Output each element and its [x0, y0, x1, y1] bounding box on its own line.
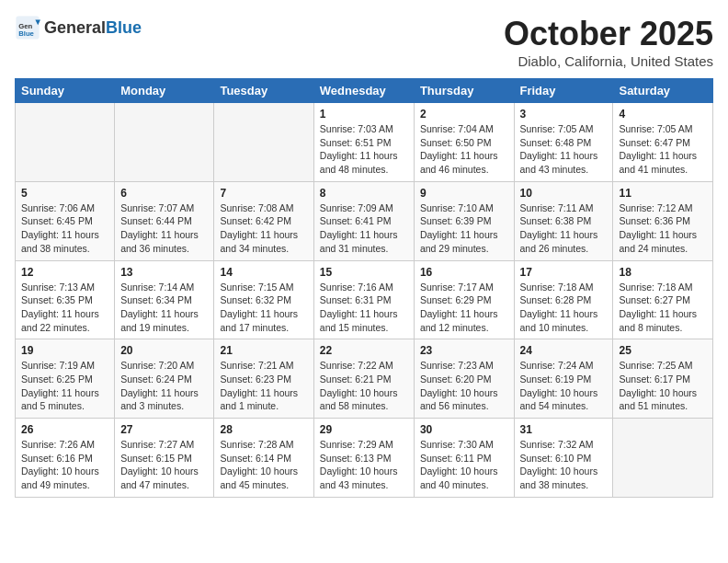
calendar-cell — [613, 419, 713, 498]
day-info: Sunrise: 7:16 AM Sunset: 6:31 PM Dayligh… — [320, 281, 408, 335]
location-title: Diablo, California, United States — [504, 53, 713, 69]
day-info: Sunrise: 7:20 AM Sunset: 6:24 PM Dayligh… — [120, 359, 208, 413]
day-number: 24 — [520, 344, 608, 357]
day-number: 30 — [420, 423, 508, 436]
day-number: 9 — [420, 187, 508, 200]
day-info: Sunrise: 7:18 AM Sunset: 6:27 PM Dayligh… — [619, 281, 707, 335]
day-info: Sunrise: 7:07 AM Sunset: 6:44 PM Dayligh… — [120, 201, 208, 256]
day-info: Sunrise: 7:05 AM Sunset: 6:48 PM Dayligh… — [520, 122, 608, 177]
calendar-cell: 22Sunrise: 7:22 AM Sunset: 6:21 PM Dayli… — [313, 339, 414, 419]
day-number: 3 — [520, 108, 608, 121]
calendar-cell: 16Sunrise: 7:17 AM Sunset: 6:29 PM Dayli… — [414, 260, 514, 339]
day-number: 13 — [120, 266, 208, 279]
day-number: 20 — [120, 344, 208, 357]
day-info: Sunrise: 7:32 AM Sunset: 6:10 PM Dayligh… — [520, 438, 608, 492]
day-info: Sunrise: 7:06 AM Sunset: 6:45 PM Dayligh… — [21, 201, 108, 256]
day-number: 16 — [420, 266, 508, 279]
day-number: 17 — [520, 266, 608, 279]
calendar-cell: 17Sunrise: 7:18 AM Sunset: 6:28 PM Dayli… — [514, 260, 613, 339]
day-info: Sunrise: 7:25 AM Sunset: 6:17 PM Dayligh… — [619, 359, 707, 413]
calendar-cell: 25Sunrise: 7:25 AM Sunset: 6:17 PM Dayli… — [613, 339, 713, 419]
calendar-cell: 31Sunrise: 7:32 AM Sunset: 6:10 PM Dayli… — [514, 419, 613, 498]
day-number: 25 — [619, 344, 707, 357]
calendar-cell: 3Sunrise: 7:05 AM Sunset: 6:48 PM Daylig… — [514, 103, 613, 182]
day-number: 11 — [619, 187, 707, 200]
logo-general: General — [44, 18, 106, 37]
day-number: 27 — [120, 423, 208, 436]
calendar-cell: 8Sunrise: 7:09 AM Sunset: 6:41 PM Daylig… — [313, 181, 414, 260]
weekday-header-friday: Friday — [514, 79, 613, 103]
calendar-cell: 18Sunrise: 7:18 AM Sunset: 6:27 PM Dayli… — [613, 260, 713, 339]
day-number: 1 — [320, 108, 408, 121]
day-info: Sunrise: 7:30 AM Sunset: 6:11 PM Dayligh… — [420, 438, 508, 492]
day-number: 15 — [320, 266, 408, 279]
calendar-cell: 21Sunrise: 7:21 AM Sunset: 6:23 PM Dayli… — [214, 339, 313, 419]
day-number: 18 — [619, 266, 707, 279]
day-number: 4 — [619, 108, 707, 121]
calendar-cell: 19Sunrise: 7:19 AM Sunset: 6:25 PM Dayli… — [16, 339, 115, 419]
day-number: 21 — [220, 344, 307, 357]
month-title: October 2025 — [504, 15, 713, 53]
title-area: October 2025 Diablo, California, United … — [504, 15, 713, 69]
day-number: 23 — [420, 344, 508, 357]
calendar-cell — [16, 103, 115, 182]
day-info: Sunrise: 7:14 AM Sunset: 6:34 PM Dayligh… — [120, 281, 208, 335]
calendar-cell: 26Sunrise: 7:26 AM Sunset: 6:16 PM Dayli… — [16, 419, 115, 498]
calendar-cell: 2Sunrise: 7:04 AM Sunset: 6:50 PM Daylig… — [414, 103, 514, 182]
calendar-cell: 30Sunrise: 7:30 AM Sunset: 6:11 PM Dayli… — [414, 419, 514, 498]
day-info: Sunrise: 7:13 AM Sunset: 6:35 PM Dayligh… — [21, 281, 108, 335]
day-info: Sunrise: 7:23 AM Sunset: 6:20 PM Dayligh… — [420, 359, 508, 413]
day-info: Sunrise: 7:04 AM Sunset: 6:50 PM Dayligh… — [420, 122, 508, 177]
calendar-cell: 11Sunrise: 7:12 AM Sunset: 6:36 PM Dayli… — [613, 181, 713, 260]
weekday-header-monday: Monday — [115, 79, 214, 103]
calendar-cell: 29Sunrise: 7:29 AM Sunset: 6:13 PM Dayli… — [313, 419, 414, 498]
day-info: Sunrise: 7:22 AM Sunset: 6:21 PM Dayligh… — [320, 359, 408, 413]
calendar-cell: 24Sunrise: 7:24 AM Sunset: 6:19 PM Dayli… — [514, 339, 613, 419]
day-info: Sunrise: 7:11 AM Sunset: 6:38 PM Dayligh… — [520, 201, 608, 256]
svg-text:Blue: Blue — [18, 29, 34, 38]
day-number: 29 — [320, 423, 408, 436]
calendar-cell: 6Sunrise: 7:07 AM Sunset: 6:44 PM Daylig… — [115, 181, 214, 260]
day-info: Sunrise: 7:03 AM Sunset: 6:51 PM Dayligh… — [320, 122, 408, 177]
logo: Gen Blue GeneralBlue — [15, 15, 142, 40]
day-info: Sunrise: 7:28 AM Sunset: 6:14 PM Dayligh… — [220, 438, 307, 492]
calendar-cell: 15Sunrise: 7:16 AM Sunset: 6:31 PM Dayli… — [313, 260, 414, 339]
day-info: Sunrise: 7:27 AM Sunset: 6:15 PM Dayligh… — [120, 438, 208, 492]
day-info: Sunrise: 7:12 AM Sunset: 6:36 PM Dayligh… — [619, 201, 707, 256]
calendar-cell: 7Sunrise: 7:08 AM Sunset: 6:42 PM Daylig… — [214, 181, 313, 260]
day-number: 28 — [220, 423, 307, 436]
day-number: 6 — [120, 187, 208, 200]
day-number: 26 — [21, 423, 108, 436]
day-info: Sunrise: 7:10 AM Sunset: 6:39 PM Dayligh… — [420, 201, 508, 256]
calendar-cell: 12Sunrise: 7:13 AM Sunset: 6:35 PM Dayli… — [16, 260, 115, 339]
calendar-cell: 13Sunrise: 7:14 AM Sunset: 6:34 PM Dayli… — [115, 260, 214, 339]
calendar-cell — [115, 103, 214, 182]
calendar-cell: 28Sunrise: 7:28 AM Sunset: 6:14 PM Dayli… — [214, 419, 313, 498]
weekday-header-tuesday: Tuesday — [214, 79, 313, 103]
day-info: Sunrise: 7:09 AM Sunset: 6:41 PM Dayligh… — [320, 201, 408, 256]
day-number: 2 — [420, 108, 508, 121]
calendar-cell: 23Sunrise: 7:23 AM Sunset: 6:20 PM Dayli… — [414, 339, 514, 419]
calendar-cell: 10Sunrise: 7:11 AM Sunset: 6:38 PM Dayli… — [514, 181, 613, 260]
logo-icon: Gen Blue — [15, 15, 40, 40]
day-info: Sunrise: 7:19 AM Sunset: 6:25 PM Dayligh… — [21, 359, 108, 413]
weekday-header-sunday: Sunday — [16, 79, 115, 103]
day-info: Sunrise: 7:26 AM Sunset: 6:16 PM Dayligh… — [21, 438, 108, 492]
calendar-cell: 14Sunrise: 7:15 AM Sunset: 6:32 PM Dayli… — [214, 260, 313, 339]
calendar-table: SundayMondayTuesdayWednesdayThursdayFrid… — [15, 78, 713, 498]
day-info: Sunrise: 7:24 AM Sunset: 6:19 PM Dayligh… — [520, 359, 608, 413]
day-info: Sunrise: 7:08 AM Sunset: 6:42 PM Dayligh… — [220, 201, 307, 256]
calendar-cell — [214, 103, 313, 182]
day-info: Sunrise: 7:15 AM Sunset: 6:32 PM Dayligh… — [220, 281, 307, 335]
day-number: 14 — [220, 266, 307, 279]
weekday-header-wednesday: Wednesday — [313, 79, 414, 103]
calendar-cell: 20Sunrise: 7:20 AM Sunset: 6:24 PM Dayli… — [115, 339, 214, 419]
day-number: 22 — [320, 344, 408, 357]
day-number: 10 — [520, 187, 608, 200]
calendar-cell: 4Sunrise: 7:05 AM Sunset: 6:47 PM Daylig… — [613, 103, 713, 182]
day-number: 31 — [520, 423, 608, 436]
day-info: Sunrise: 7:21 AM Sunset: 6:23 PM Dayligh… — [220, 359, 307, 413]
weekday-header-saturday: Saturday — [613, 79, 713, 103]
logo-blue: Blue — [106, 18, 142, 37]
page-header: Gen Blue GeneralBlue October 2025 Diablo… — [15, 15, 713, 69]
